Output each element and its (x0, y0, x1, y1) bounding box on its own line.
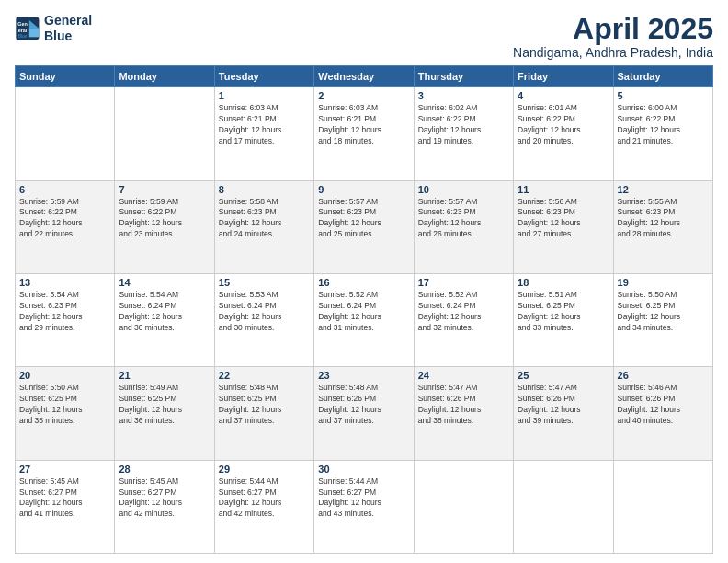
day-number: 23 (318, 370, 409, 381)
day-number: 4 (518, 90, 609, 101)
table-row: 14Sunrise: 5:54 AM Sunset: 6:24 PM Dayli… (115, 273, 214, 366)
svg-text:eral: eral (18, 28, 28, 33)
table-row: 2Sunrise: 6:03 AM Sunset: 6:21 PM Daylig… (314, 87, 414, 180)
table-row: 13Sunrise: 5:54 AM Sunset: 6:23 PM Dayli… (16, 273, 115, 366)
day-info: Sunrise: 5:56 AM Sunset: 6:23 PM Dayligh… (518, 197, 609, 241)
day-number: 7 (119, 184, 210, 195)
header-saturday: Saturday (613, 66, 712, 87)
table-row (613, 460, 712, 553)
header-monday: Monday (115, 66, 214, 87)
calendar-table: Sunday Monday Tuesday Wednesday Thursday… (15, 65, 713, 554)
day-info: Sunrise: 5:58 AM Sunset: 6:23 PM Dayligh… (219, 197, 310, 241)
day-number: 8 (219, 184, 310, 195)
logo: Gen eral Blue General Blue (15, 13, 92, 44)
day-number: 25 (518, 370, 609, 381)
calendar-header-row: Sunday Monday Tuesday Wednesday Thursday… (16, 66, 713, 87)
day-number: 19 (618, 277, 709, 288)
table-row: 9Sunrise: 5:57 AM Sunset: 6:23 PM Daylig… (314, 180, 414, 273)
day-number: 24 (418, 370, 509, 381)
header-wednesday: Wednesday (314, 66, 414, 87)
logo-text-line1: General (44, 13, 92, 29)
table-row (115, 87, 214, 180)
day-info: Sunrise: 5:54 AM Sunset: 6:24 PM Dayligh… (119, 290, 210, 334)
day-info: Sunrise: 5:44 AM Sunset: 6:27 PM Dayligh… (219, 477, 310, 521)
table-row: 28Sunrise: 5:45 AM Sunset: 6:27 PM Dayli… (115, 460, 214, 553)
table-row: 23Sunrise: 5:48 AM Sunset: 6:26 PM Dayli… (314, 367, 414, 460)
day-number: 26 (618, 370, 709, 381)
day-number: 18 (518, 277, 609, 288)
day-number: 22 (219, 370, 310, 381)
day-info: Sunrise: 5:51 AM Sunset: 6:25 PM Dayligh… (518, 290, 609, 334)
day-info: Sunrise: 6:03 AM Sunset: 6:21 PM Dayligh… (318, 103, 409, 147)
day-info: Sunrise: 5:48 AM Sunset: 6:26 PM Dayligh… (318, 383, 409, 427)
day-info: Sunrise: 5:59 AM Sunset: 6:22 PM Dayligh… (19, 197, 110, 241)
day-info: Sunrise: 5:45 AM Sunset: 6:27 PM Dayligh… (19, 477, 110, 521)
header-friday: Friday (514, 66, 613, 87)
day-info: Sunrise: 5:49 AM Sunset: 6:25 PM Dayligh… (119, 383, 210, 427)
calendar-week-row: 27Sunrise: 5:45 AM Sunset: 6:27 PM Dayli… (16, 460, 713, 553)
day-info: Sunrise: 5:50 AM Sunset: 6:25 PM Dayligh… (618, 290, 709, 334)
calendar-week-row: 1Sunrise: 6:03 AM Sunset: 6:21 PM Daylig… (16, 87, 713, 180)
day-number: 3 (418, 90, 509, 101)
day-number: 20 (19, 370, 110, 381)
day-info: Sunrise: 6:00 AM Sunset: 6:22 PM Dayligh… (618, 103, 709, 147)
day-info: Sunrise: 5:50 AM Sunset: 6:25 PM Dayligh… (19, 383, 110, 427)
table-row: 7Sunrise: 5:59 AM Sunset: 6:22 PM Daylig… (115, 180, 214, 273)
day-number: 12 (618, 184, 709, 195)
table-row: 1Sunrise: 6:03 AM Sunset: 6:21 PM Daylig… (214, 87, 313, 180)
day-number: 5 (618, 90, 709, 101)
table-row: 26Sunrise: 5:46 AM Sunset: 6:26 PM Dayli… (613, 367, 712, 460)
day-info: Sunrise: 6:03 AM Sunset: 6:21 PM Dayligh… (219, 103, 310, 147)
day-info: Sunrise: 5:44 AM Sunset: 6:27 PM Dayligh… (318, 477, 409, 521)
svg-marker-2 (29, 29, 40, 37)
day-info: Sunrise: 5:54 AM Sunset: 6:23 PM Dayligh… (19, 290, 110, 334)
day-info: Sunrise: 5:45 AM Sunset: 6:27 PM Dayligh… (119, 477, 210, 521)
table-row: 6Sunrise: 5:59 AM Sunset: 6:22 PM Daylig… (16, 180, 115, 273)
day-number: 28 (119, 464, 210, 475)
logo-icon: Gen eral Blue (15, 16, 40, 41)
day-info: Sunrise: 5:59 AM Sunset: 6:22 PM Dayligh… (119, 197, 210, 241)
header: Gen eral Blue General Blue April 2025 Na… (15, 13, 713, 60)
day-info: Sunrise: 5:52 AM Sunset: 6:24 PM Dayligh… (418, 290, 509, 334)
day-number: 14 (119, 277, 210, 288)
day-number: 11 (518, 184, 609, 195)
table-row: 4Sunrise: 6:01 AM Sunset: 6:22 PM Daylig… (514, 87, 613, 180)
day-number: 30 (318, 464, 409, 475)
day-info: Sunrise: 6:01 AM Sunset: 6:22 PM Dayligh… (518, 103, 609, 147)
calendar-week-row: 6Sunrise: 5:59 AM Sunset: 6:22 PM Daylig… (16, 180, 713, 273)
day-number: 13 (19, 277, 110, 288)
day-number: 1 (219, 90, 310, 101)
svg-text:Gen: Gen (17, 21, 28, 27)
table-row: 8Sunrise: 5:58 AM Sunset: 6:23 PM Daylig… (214, 180, 313, 273)
title-block: April 2025 Nandigama, Andhra Pradesh, In… (513, 13, 713, 60)
table-row: 17Sunrise: 5:52 AM Sunset: 6:24 PM Dayli… (414, 273, 513, 366)
table-row: 30Sunrise: 5:44 AM Sunset: 6:27 PM Dayli… (314, 460, 414, 553)
day-info: Sunrise: 5:48 AM Sunset: 6:25 PM Dayligh… (219, 383, 310, 427)
day-number: 17 (418, 277, 509, 288)
calendar-week-row: 13Sunrise: 5:54 AM Sunset: 6:23 PM Dayli… (16, 273, 713, 366)
table-row: 25Sunrise: 5:47 AM Sunset: 6:26 PM Dayli… (514, 367, 613, 460)
day-info: Sunrise: 5:46 AM Sunset: 6:26 PM Dayligh… (618, 383, 709, 427)
table-row: 11Sunrise: 5:56 AM Sunset: 6:23 PM Dayli… (514, 180, 613, 273)
day-number: 6 (19, 184, 110, 195)
table-row: 18Sunrise: 5:51 AM Sunset: 6:25 PM Dayli… (514, 273, 613, 366)
table-row: 27Sunrise: 5:45 AM Sunset: 6:27 PM Dayli… (16, 460, 115, 553)
table-row: 24Sunrise: 5:47 AM Sunset: 6:26 PM Dayli… (414, 367, 513, 460)
table-row: 5Sunrise: 6:00 AM Sunset: 6:22 PM Daylig… (613, 87, 712, 180)
table-row: 20Sunrise: 5:50 AM Sunset: 6:25 PM Dayli… (16, 367, 115, 460)
table-row: 3Sunrise: 6:02 AM Sunset: 6:22 PM Daylig… (414, 87, 513, 180)
day-info: Sunrise: 5:57 AM Sunset: 6:23 PM Dayligh… (418, 197, 509, 241)
table-row (414, 460, 513, 553)
table-row (16, 87, 115, 180)
header-tuesday: Tuesday (214, 66, 313, 87)
day-number: 10 (418, 184, 509, 195)
location-subtitle: Nandigama, Andhra Pradesh, India (513, 45, 713, 60)
day-number: 27 (19, 464, 110, 475)
day-info: Sunrise: 5:53 AM Sunset: 6:24 PM Dayligh… (219, 290, 310, 334)
table-row: 21Sunrise: 5:49 AM Sunset: 6:25 PM Dayli… (115, 367, 214, 460)
month-title: April 2025 (513, 13, 713, 45)
table-row: 29Sunrise: 5:44 AM Sunset: 6:27 PM Dayli… (214, 460, 313, 553)
header-sunday: Sunday (16, 66, 115, 87)
day-number: 21 (119, 370, 210, 381)
day-number: 29 (219, 464, 310, 475)
